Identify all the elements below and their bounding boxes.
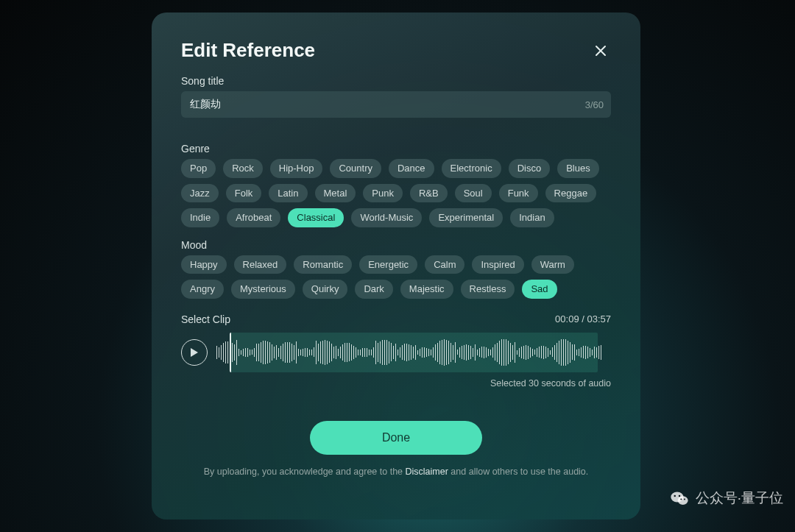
waveform[interactable] bbox=[216, 333, 611, 372]
clip-row bbox=[181, 333, 611, 372]
genre-chip[interactable]: Metal bbox=[315, 184, 356, 203]
done-row: Done bbox=[181, 421, 611, 455]
done-button[interactable]: Done bbox=[310, 421, 482, 455]
genre-label: Genre bbox=[181, 143, 611, 155]
watermark: 公众号·量子位 bbox=[669, 488, 783, 508]
song-title-char-count: 3/60 bbox=[585, 99, 604, 110]
genre-chip[interactable]: Reggae bbox=[545, 184, 597, 203]
svg-point-1 bbox=[677, 496, 688, 505]
svg-point-5 bbox=[684, 499, 685, 500]
mood-chip[interactable]: Restless bbox=[461, 280, 515, 299]
genre-chip[interactable]: Indie bbox=[181, 208, 219, 227]
mood-chip[interactable]: Sad bbox=[522, 280, 556, 299]
song-title-input[interactable] bbox=[181, 91, 611, 118]
svg-point-0 bbox=[671, 492, 683, 502]
genre-chip[interactable]: Jazz bbox=[181, 184, 219, 203]
song-title-input-wrap: 3/60 bbox=[181, 91, 611, 118]
genre-chip[interactable]: Latin bbox=[269, 184, 307, 203]
genre-section: Genre PopRockHip-HopCountryDanceElectron… bbox=[181, 143, 611, 227]
waveform-bars bbox=[216, 333, 611, 372]
genre-chip[interactable]: Blues bbox=[557, 159, 599, 178]
genre-chip[interactable]: Folk bbox=[226, 184, 262, 203]
mood-chip[interactable]: Happy bbox=[181, 255, 227, 274]
mood-chip[interactable]: Quirky bbox=[303, 280, 348, 299]
genre-chip[interactable]: Experimental bbox=[429, 208, 503, 227]
mood-label: Mood bbox=[181, 239, 611, 251]
mood-chip[interactable]: Romantic bbox=[294, 255, 352, 274]
wechat-icon bbox=[669, 488, 690, 508]
genre-chip[interactable]: Afrobeat bbox=[227, 208, 280, 227]
disclaimer-suffix: and allow others to use the audio. bbox=[448, 467, 588, 477]
genre-chip[interactable]: Soul bbox=[455, 184, 492, 203]
mood-chip[interactable]: Warm bbox=[531, 255, 574, 274]
genre-chip[interactable]: Classical bbox=[288, 208, 344, 227]
genre-chip[interactable]: Dance bbox=[389, 159, 434, 178]
play-button[interactable] bbox=[181, 339, 208, 366]
genre-chip[interactable]: Country bbox=[330, 159, 381, 178]
disclaimer-prefix: By uploading, you acknowledge and agree … bbox=[204, 467, 406, 477]
mood-chip[interactable]: Energetic bbox=[359, 255, 417, 274]
edit-reference-modal: Edit Reference Song title 3/60 Genre Pop… bbox=[152, 13, 640, 519]
genre-chip[interactable]: Punk bbox=[363, 184, 403, 203]
mood-chip[interactable]: Inspired bbox=[472, 255, 523, 274]
song-title-section: Song title 3/60 bbox=[181, 75, 611, 131]
genre-chip[interactable]: Hip-Hop bbox=[270, 159, 323, 178]
genre-chip[interactable]: Rock bbox=[223, 159, 263, 178]
mood-chip[interactable]: Dark bbox=[355, 280, 392, 299]
svg-point-2 bbox=[674, 495, 675, 497]
song-title-label: Song title bbox=[181, 75, 611, 87]
genre-chip[interactable]: Funk bbox=[499, 184, 538, 203]
mood-chip[interactable]: Majestic bbox=[400, 280, 453, 299]
close-button[interactable] bbox=[590, 40, 611, 61]
genre-chip[interactable]: Pop bbox=[181, 159, 216, 178]
genre-chip[interactable]: Disco bbox=[509, 159, 551, 178]
genre-chip[interactable]: R&B bbox=[410, 184, 448, 203]
mood-chip[interactable]: Angry bbox=[181, 280, 224, 299]
close-icon bbox=[593, 43, 608, 58]
svg-point-3 bbox=[678, 495, 679, 497]
select-clip-section: Select Clip 00:09 / 03:57 Selected 30 se… bbox=[181, 311, 611, 389]
genre-chip[interactable]: Indian bbox=[510, 208, 554, 227]
disclaimer-text: By uploading, you acknowledge and agree … bbox=[181, 467, 611, 477]
play-icon bbox=[190, 347, 199, 358]
genre-chip[interactable]: Electronic bbox=[442, 159, 501, 178]
watermark-text: 公众号·量子位 bbox=[696, 489, 783, 508]
mood-chip[interactable]: Calm bbox=[425, 255, 464, 274]
select-clip-label: Select Clip bbox=[181, 313, 230, 325]
modal-header: Edit Reference bbox=[181, 39, 611, 62]
genre-chip[interactable]: World-Music bbox=[351, 208, 422, 227]
modal-title: Edit Reference bbox=[181, 39, 315, 62]
genre-chip-group: PopRockHip-HopCountryDanceElectronicDisc… bbox=[181, 159, 611, 227]
clip-time: 00:09 / 03:57 bbox=[555, 313, 611, 324]
clip-selection-text: Selected 30 seconds of audio bbox=[181, 378, 611, 389]
mood-chip-group: HappyRelaxedRomanticEnergeticCalmInspire… bbox=[181, 255, 611, 299]
svg-point-4 bbox=[680, 499, 682, 500]
mood-section: Mood HappyRelaxedRomanticEnergeticCalmIn… bbox=[181, 239, 611, 299]
mood-chip[interactable]: Relaxed bbox=[234, 255, 287, 274]
clip-header: Select Clip 00:09 / 03:57 bbox=[181, 313, 611, 325]
disclaimer-link[interactable]: Disclaimer bbox=[406, 467, 448, 477]
mood-chip[interactable]: Mysterious bbox=[231, 280, 295, 299]
